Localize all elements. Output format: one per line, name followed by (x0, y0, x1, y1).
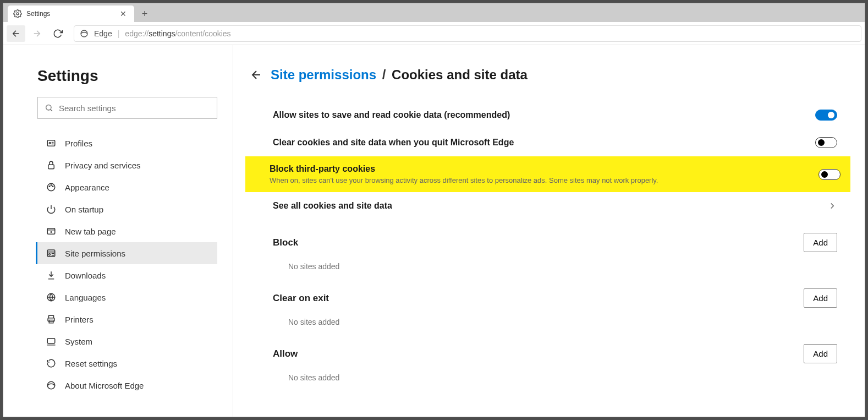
sidebar-item-label: About Microsoft Edge (65, 381, 144, 390)
sidebar-heading: Settings (37, 67, 217, 85)
section-clear-on-exit: Clear on exit Add No sites added (270, 285, 840, 331)
power-icon (46, 204, 56, 214)
sidebar-item-privacy[interactable]: Privacy and services (36, 154, 217, 176)
svg-rect-5 (48, 165, 54, 169)
svg-rect-16 (47, 339, 55, 343)
section-allow: Allow Add No sites added (270, 341, 840, 386)
url-edge-label: Edge (94, 29, 112, 38)
row-title: See all cookies and site data (273, 201, 827, 211)
sidebar-item-system[interactable]: System (36, 330, 217, 352)
add-block-button[interactable]: Add (804, 233, 837, 252)
svg-point-0 (17, 13, 19, 15)
sidebar-item-label: Profiles (65, 139, 92, 148)
system-icon (46, 336, 56, 346)
toggle-block-third-party[interactable] (818, 169, 840, 180)
sidebar-item-reset[interactable]: Reset settings (36, 352, 217, 374)
address-bar[interactable]: Edge | edge://settings/content/cookies (74, 25, 861, 42)
tab-bar: Settings ✕ + (3, 3, 865, 22)
sidebar-item-site-permissions[interactable]: Site permissions (36, 242, 217, 264)
tab-title: Settings (26, 10, 113, 18)
row-title: Block third-party cookies (270, 164, 818, 174)
toggle-clear-on-quit[interactable] (815, 137, 837, 148)
sidebar-item-newtab[interactable]: New tab page (36, 220, 217, 242)
sidebar-item-label: Reset settings (65, 359, 117, 368)
browser-window: Settings ✕ + Edge | edge://settings/cont… (3, 3, 865, 417)
download-icon (46, 270, 56, 280)
row-title: Allow sites to save and read cookie data… (273, 110, 815, 120)
reset-icon (46, 358, 56, 368)
breadcrumb-current: Cookies and site data (392, 67, 528, 82)
sidebar-item-startup[interactable]: On startup (36, 198, 217, 220)
permissions-icon (46, 248, 56, 258)
section-empty: No sites added (270, 255, 840, 275)
sidebar-item-profiles[interactable]: Profiles (36, 132, 217, 154)
content-area: Settings Profiles Privacy and services A… (3, 45, 865, 417)
section-title: Clear on exit (273, 293, 329, 304)
row-desc: When on, sites can't use your browsing a… (270, 176, 818, 184)
profile-icon (46, 138, 56, 148)
sidebar-item-label: Appearance (65, 183, 109, 192)
back-button[interactable] (7, 25, 25, 42)
section-empty: No sites added (270, 367, 840, 386)
svg-point-8 (51, 185, 52, 186)
sidebar-item-label: New tab page (65, 227, 116, 236)
sidebar-item-label: Languages (65, 293, 106, 302)
close-icon[interactable]: ✕ (118, 8, 129, 19)
svg-point-17 (47, 381, 55, 389)
refresh-button[interactable] (48, 25, 67, 42)
sidebar-item-label: Site permissions (65, 249, 125, 258)
forward-button (28, 25, 46, 42)
chevron-right-icon (827, 201, 837, 211)
add-clearexit-button[interactable]: Add (804, 288, 837, 308)
sidebar-item-languages[interactable]: Languages (36, 286, 217, 308)
sidebar-item-label: On startup (65, 205, 103, 214)
url-text: edge://settings/content/cookies (125, 29, 230, 38)
palette-icon (46, 182, 56, 192)
sidebar-item-printers[interactable]: Printers (36, 308, 217, 330)
section-title: Block (273, 237, 298, 248)
search-input[interactable] (59, 103, 210, 113)
gear-icon (13, 9, 22, 18)
row-see-all-cookies[interactable]: See all cookies and site data (270, 192, 840, 220)
sidebar-item-downloads[interactable]: Downloads (36, 264, 217, 286)
svg-point-1 (81, 30, 87, 37)
svg-point-4 (49, 143, 51, 144)
breadcrumb-parent[interactable]: Site permissions (271, 67, 376, 82)
svg-point-2 (46, 105, 51, 110)
back-arrow-icon[interactable] (250, 68, 263, 81)
tab-settings[interactable]: Settings ✕ (8, 6, 134, 22)
edge-icon (46, 380, 56, 390)
row-allow-cookies: Allow sites to save and read cookie data… (270, 101, 840, 129)
lock-icon (46, 160, 56, 170)
svg-point-9 (52, 186, 53, 187)
search-settings[interactable] (37, 97, 217, 119)
sidebar-item-about[interactable]: About Microsoft Edge (36, 374, 217, 396)
row-block-third-party: Block third-party cookies When on, sites… (245, 156, 850, 192)
breadcrumb: Site permissions / Cookies and site data (250, 67, 840, 83)
printer-icon (46, 314, 56, 324)
settings-main: Site permissions / Cookies and site data… (233, 45, 865, 417)
row-clear-on-quit: Clear cookies and site data when you qui… (270, 129, 840, 156)
settings-sidebar: Settings Profiles Privacy and services A… (3, 45, 233, 417)
section-empty: No sites added (270, 311, 840, 331)
sidebar-item-label: Privacy and services (65, 161, 141, 170)
toolbar: Edge | edge://settings/content/cookies (3, 22, 865, 45)
sidebar-item-appearance[interactable]: Appearance (36, 176, 217, 198)
svg-point-7 (49, 186, 50, 187)
edge-icon (80, 29, 89, 38)
url-separator: | (118, 29, 120, 38)
new-tab-button[interactable]: + (136, 6, 153, 22)
sidebar-menu: Profiles Privacy and services Appearance… (37, 132, 217, 396)
search-icon (45, 103, 53, 112)
row-title: Clear cookies and site data when you qui… (273, 138, 815, 148)
breadcrumb-sep: / (382, 67, 386, 82)
section-block: Block Add No sites added (270, 230, 840, 275)
newtab-icon (46, 226, 56, 236)
sidebar-item-label: Downloads (65, 271, 106, 280)
section-title: Allow (273, 348, 298, 359)
toggle-allow-cookies[interactable] (815, 110, 837, 121)
language-icon (46, 292, 56, 302)
add-allow-button[interactable]: Add (804, 344, 837, 363)
sidebar-item-label: Printers (65, 315, 94, 324)
svg-point-12 (49, 254, 51, 255)
